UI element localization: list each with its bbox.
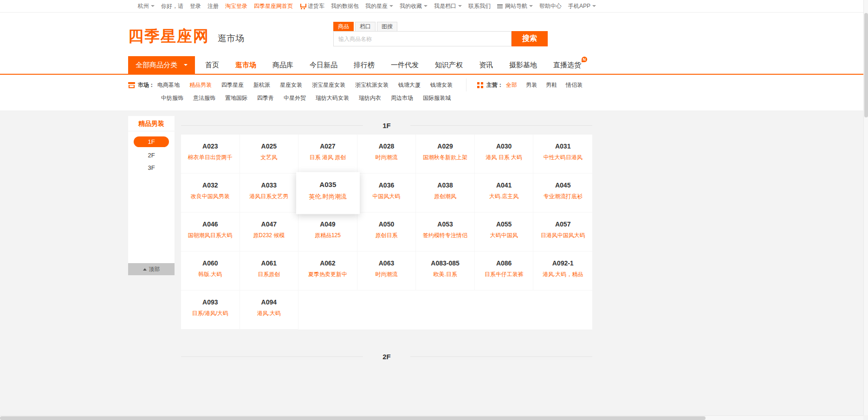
site-home-link[interactable]: 四季星座网首页 [254, 2, 293, 10]
nav-item[interactable]: 排行榜 [354, 61, 375, 70]
stall-cell[interactable]: A094港风.大码 [240, 291, 299, 330]
main-category-link[interactable]: 男装 [526, 81, 537, 89]
vertical-scrollbar[interactable] [863, 0, 868, 415]
search-tab[interactable]: 商品 [333, 22, 354, 31]
main-category-link[interactable]: 情侣装 [566, 81, 583, 89]
stall-cell[interactable]: A050原创日系 [357, 213, 416, 252]
topbar-link-label: 我的星座 [365, 2, 388, 10]
nav-item[interactable]: 首页 [205, 61, 219, 70]
floor-item-2f[interactable]: 2F [128, 149, 175, 162]
stall-desc: 国潮秋冬新款上架 [416, 154, 474, 162]
nav-item-label: 一件代发 [391, 61, 419, 69]
main-category-link[interactable]: 男鞋 [546, 81, 557, 89]
site-nav-menu[interactable]: 网站导航 [497, 2, 533, 10]
stall-cell[interactable]: A063时尚潮流 [357, 252, 416, 291]
main-category-link[interactable]: 全部 [506, 81, 517, 89]
stall-cell[interactable]: A083-085欧美.日系 [416, 252, 475, 291]
stall-cell[interactable]: A053签约模特专注情侣 [416, 213, 475, 252]
search-button[interactable]: 搜索 [512, 31, 548, 46]
market-link[interactable]: 周边市场 [391, 94, 413, 102]
market-link[interactable]: 精品男装 [189, 81, 212, 89]
stall-cell[interactable]: A049原精品125 [298, 213, 357, 252]
market-link[interactable]: 四季星座 [221, 81, 244, 89]
stall-cell[interactable]: A086日系牛仔工装裤 [475, 252, 534, 291]
back-to-top-button[interactable]: 顶部 [128, 263, 175, 275]
market-link[interactable]: 四季青 [257, 94, 274, 102]
stall-cell[interactable]: A055大码中国风 [475, 213, 534, 252]
stall-cell[interactable]: A031中性大码日港风 [533, 135, 592, 174]
stall-cell[interactable]: A045专业潮流打底衫 [533, 174, 592, 213]
nav-item[interactable]: 资讯 [479, 61, 493, 70]
market-link[interactable]: 中纺服饰 [161, 94, 183, 102]
market-link[interactable]: 国际服装城 [423, 94, 451, 102]
search-tab[interactable]: 档口 [355, 22, 376, 31]
nav-item[interactable]: 逛市场 [235, 61, 256, 70]
my-constellation-menu[interactable]: 我的星座 [365, 2, 393, 10]
stall-cell[interactable]: A047原D232 候模 [240, 213, 299, 252]
my-data-pack-link[interactable]: 我的数据包 [331, 2, 359, 10]
stall-cell[interactable]: A057日港风中国风大码 [533, 213, 592, 252]
floor-item-1f[interactable]: 1F [134, 136, 169, 147]
stall-cell[interactable]: A036中国风大码 [357, 174, 416, 213]
register-link[interactable]: 注册 [207, 2, 219, 10]
horizontal-scrollbar-thumb[interactable] [0, 416, 706, 420]
stall-cell[interactable]: A038原创潮风 [416, 174, 475, 213]
stall-cell[interactable]: A060韩版.大码 [181, 252, 240, 291]
all-categories-button[interactable]: 全部商品分类 [128, 56, 195, 74]
stall-cell[interactable]: A030港风 日系 大码 [475, 135, 534, 174]
i-am-stall-menu[interactable]: 我是档口 [434, 2, 462, 10]
market-label: 市场： [138, 81, 155, 89]
topbar-link-label: 帮助中心 [539, 2, 562, 10]
help-center-link[interactable]: 帮助中心 [539, 2, 562, 10]
stall-cell[interactable]: A027日系 港风 原创 [298, 135, 357, 174]
stall-cell[interactable]: A029国潮秋冬新款上架 [416, 135, 475, 174]
market-link[interactable]: 钱塘女装 [430, 81, 453, 89]
search-tab[interactable]: 图搜 [377, 22, 397, 31]
city-selector[interactable]: 杭州 [138, 2, 155, 10]
nav-item[interactable]: 今日新品 [310, 61, 337, 70]
login-link[interactable]: 登录 [190, 2, 201, 10]
market-link[interactable]: 钱塘大厦 [398, 81, 421, 89]
stall-cell[interactable]: A062夏季热卖更新中 [298, 252, 357, 291]
stall-cell[interactable]: A033港风日系文艺男 [240, 174, 299, 213]
nav-item[interactable]: 直播选货N [553, 61, 581, 70]
vertical-scrollbar-thumb[interactable] [864, 13, 868, 117]
stall-cell[interactable]: A046国朝潮风日系大码 [181, 213, 240, 252]
stall-cell[interactable]: A092-1港风.大码，精品 [533, 252, 592, 291]
site-logo[interactable]: 四季星座网 [128, 28, 209, 44]
market-link[interactable]: 中星外贸 [284, 94, 306, 102]
search-input[interactable] [333, 31, 512, 46]
stall-cell[interactable]: A023棉衣单日出货两千 [181, 135, 240, 174]
contact-us-link[interactable]: 联系我们 [468, 2, 491, 10]
nav-item[interactable]: 知识产权 [435, 61, 463, 70]
stall-cell[interactable]: A032改良中国风男装 [181, 174, 240, 213]
stall-code: A032 [181, 181, 240, 189]
greeting-text[interactable]: 你好，请 [161, 2, 183, 10]
stall-cell[interactable]: A035英伦.时尚潮流 [296, 172, 360, 214]
market-link[interactable]: 意法服饰 [193, 94, 215, 102]
market-link[interactable]: 电商基地 [157, 81, 180, 89]
horizontal-scrollbar[interactable] [0, 415, 863, 420]
stall-cell[interactable]: A041大码.店主风 [475, 174, 534, 213]
topbar-link-label: 联系我们 [468, 2, 491, 10]
stall-cell[interactable]: A028时尚潮流 [357, 135, 416, 174]
market-link[interactable]: 新杭派 [253, 81, 270, 89]
taobao-login-link[interactable]: 淘宝登录 [225, 2, 247, 10]
chevron-down-icon [151, 5, 155, 7]
mobile-app-menu[interactable]: 手机APP [568, 2, 596, 10]
nav-item[interactable]: 一件代发 [391, 61, 419, 70]
stall-cell[interactable]: A093日系/港风/大码 [181, 291, 240, 330]
cart-link[interactable]: 进货车 [299, 2, 324, 10]
market-link[interactable]: 置地国际 [225, 94, 247, 102]
floor-item-3f[interactable]: 3F [128, 162, 175, 174]
stall-cell[interactable]: A061日系原创 [240, 252, 299, 291]
market-link[interactable]: 星座女装 [280, 81, 302, 89]
market-link[interactable]: 瑞纺大码女装 [316, 94, 349, 102]
stall-cell[interactable]: A025文艺风 [240, 135, 299, 174]
market-link[interactable]: 瑞纺内衣 [359, 94, 381, 102]
market-link[interactable]: 浙宝杭派女装 [355, 81, 389, 89]
market-link[interactable]: 浙宝星座女装 [312, 81, 345, 89]
nav-item[interactable]: 商品库 [272, 61, 293, 70]
my-favorites-menu[interactable]: 我的收藏 [400, 2, 428, 10]
nav-item[interactable]: 摄影基地 [509, 61, 537, 70]
